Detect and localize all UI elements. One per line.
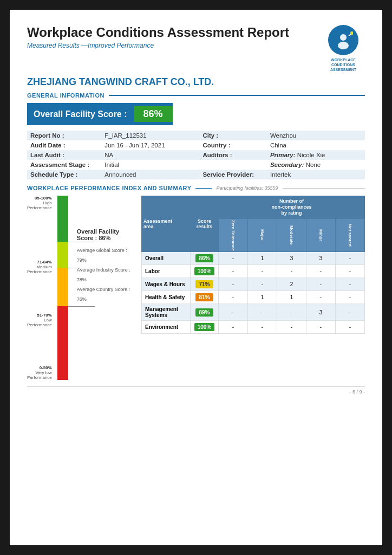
svg-point-1 bbox=[340, 34, 347, 41]
major-labor: - bbox=[248, 265, 277, 278]
bar-chart-container: 85-100% High Performance 71-84% Medium P… bbox=[27, 196, 133, 380]
score-banner: Overall Facility Score : 86% bbox=[27, 103, 173, 125]
th-minor: Minor bbox=[306, 218, 336, 252]
bar-seg-red bbox=[57, 306, 68, 380]
bar-label-low: 51-70% Low Performance bbox=[27, 313, 52, 327]
general-info-header: GENERAL INFORMATION bbox=[27, 92, 365, 99]
ns-wages: - bbox=[336, 278, 365, 291]
th-score: Scoreresults bbox=[191, 196, 219, 252]
score-table: Assessmentarea Scoreresults Number ofnon… bbox=[141, 196, 365, 334]
value-country: China bbox=[267, 140, 365, 150]
th-area: Assessmentarea bbox=[142, 196, 191, 252]
major-wages: - bbox=[248, 278, 277, 291]
badge-labor: 100% bbox=[194, 267, 215, 275]
th-not-scored: Not scored bbox=[336, 218, 365, 252]
zt-overall: - bbox=[219, 252, 248, 265]
major-health: 1 bbox=[248, 291, 277, 304]
label-env: Environment bbox=[142, 321, 191, 334]
logo-text: WORKPLACECONDITIONSASSESSMENT bbox=[322, 57, 365, 72]
bar-range-verylow: 0-50% bbox=[27, 365, 52, 370]
report-title: Workplace Conditions Assessment Report bbox=[27, 25, 289, 41]
label-wages: Wages & Hours bbox=[142, 278, 191, 291]
report-subtitle: Measured Results —Improved Performance bbox=[27, 42, 289, 49]
badge-health: 81% bbox=[195, 293, 213, 301]
participating-count: Participating facilities: 35559 bbox=[216, 185, 278, 191]
th-non-comply: Number ofnon-compliancesby rating bbox=[219, 196, 365, 218]
th-zero-tolerance: Zero Tolerance bbox=[219, 218, 248, 252]
general-info-title: GENERAL INFORMATION bbox=[27, 92, 104, 99]
bar-label-high: 85-100% High Performance bbox=[27, 196, 52, 210]
label-report-no: Report No : bbox=[27, 131, 101, 140]
bar-seg-yellow-green bbox=[57, 242, 68, 268]
table-row-health: Health & Safety 81% - 1 1 - - bbox=[142, 291, 365, 304]
bar-desc-low: Low bbox=[27, 318, 52, 322]
bar-range-high: 85-100% bbox=[27, 196, 52, 201]
label-assessment-stage: Assessment Stage : bbox=[27, 160, 101, 170]
major-mgmt: - bbox=[248, 304, 277, 321]
performance-title: WORKPLACE PERFORMANCE INDEX AND SUMMARY bbox=[27, 185, 191, 191]
score-health: 81% bbox=[191, 291, 219, 304]
overlay-title: Overall Facility Score : 86% bbox=[77, 228, 133, 241]
wca-logo-svg bbox=[334, 30, 353, 50]
label-health: Health & Safety bbox=[142, 291, 191, 304]
label-service-provider: Service Provider: bbox=[199, 170, 267, 179]
info-row-4: Assessment Stage : Initial Secondary: No… bbox=[27, 160, 365, 170]
minor-mgmt: 3 bbox=[306, 304, 336, 321]
bar-seg-yellow bbox=[57, 268, 68, 306]
major-env: - bbox=[248, 321, 277, 334]
bar-desc-high2: Performance bbox=[27, 205, 52, 210]
value-auditors: Primary: Nicole Xie bbox=[267, 150, 365, 160]
zt-env: - bbox=[219, 321, 248, 334]
ns-env: - bbox=[336, 321, 365, 334]
badge-overall: 86% bbox=[195, 254, 213, 262]
label-last-audit: Last Audit : bbox=[27, 150, 101, 160]
marker-line-high bbox=[68, 242, 95, 242]
table-row-mgmt: Management Systems 89% - - - 3 - bbox=[142, 304, 365, 321]
header-left: Workplace Conditions Assessment Report M… bbox=[27, 25, 289, 49]
zt-labor: - bbox=[219, 265, 248, 278]
value-last-audit: NA bbox=[101, 150, 199, 160]
document-frame: Workplace Conditions Assessment Report M… bbox=[0, 0, 392, 555]
table-header-row: Assessmentarea Scoreresults Number ofnon… bbox=[142, 196, 365, 218]
value-audit-date: Jun 16 - Jun 17, 2021 bbox=[101, 140, 199, 150]
performance-body: 85-100% High Performance 71-84% Medium P… bbox=[27, 196, 365, 380]
performance-header: WORKPLACE PERFORMANCE INDEX AND SUMMARY … bbox=[27, 185, 365, 191]
svg-point-2 bbox=[338, 42, 349, 49]
logo-box: WORKPLACECONDITIONSASSESSMENT bbox=[322, 25, 365, 72]
perf-divider-right bbox=[283, 188, 365, 189]
value-report-no: F_IAR_112531 bbox=[101, 131, 199, 140]
moderate-health: 1 bbox=[277, 291, 306, 304]
page-number: - 6 / 9 - bbox=[27, 386, 365, 395]
overlay-lines: Average Global Score : 79% Average Indus… bbox=[77, 246, 133, 304]
info-row-5: Schedule Type : Announced Service Provid… bbox=[27, 170, 365, 179]
zt-mgmt: - bbox=[219, 304, 248, 321]
bar-desc-verylow2: Performance bbox=[27, 375, 52, 380]
bar-desc-medium2: Performance bbox=[27, 269, 52, 274]
value-city: Wenzhou bbox=[267, 131, 365, 140]
bar-visual bbox=[57, 196, 68, 380]
info-row-1: Report No : F_IAR_112531 City : Wenzhou bbox=[27, 131, 365, 140]
perf-divider-left bbox=[195, 188, 212, 189]
avg-country: Average Country Score : 76% bbox=[77, 285, 133, 304]
report-header: Workplace Conditions Assessment Report M… bbox=[27, 25, 365, 72]
label-audit-date: Audit Date : bbox=[27, 140, 101, 150]
ns-health: - bbox=[336, 291, 365, 304]
ns-mgmt: - bbox=[336, 304, 365, 321]
info-row-3: Last Audit : NA Auditors : Primary: Nico… bbox=[27, 150, 365, 160]
marker-high bbox=[68, 242, 95, 242]
moderate-mgmt: - bbox=[277, 304, 306, 321]
info-row-2: Audit Date : Jun 16 - Jun 17, 2021 Count… bbox=[27, 140, 365, 150]
avg-global: Average Global Score : 79% bbox=[77, 246, 133, 265]
moderate-env: - bbox=[277, 321, 306, 334]
score-table-container: Assessmentarea Scoreresults Number ofnon… bbox=[141, 196, 365, 334]
page-content: Workplace Conditions Assessment Report M… bbox=[10, 10, 382, 545]
minor-overall: 3 bbox=[306, 252, 336, 265]
bar-label-verylow: 0-50% Very low Performance bbox=[27, 365, 52, 380]
bar-labels: 85-100% High Performance 71-84% Medium P… bbox=[27, 196, 54, 380]
general-info-divider bbox=[109, 95, 365, 96]
score-banner-label: Overall Facility Score : bbox=[27, 109, 134, 119]
bar-desc-low2: Performance bbox=[27, 322, 52, 327]
score-wages: 71% bbox=[191, 278, 219, 291]
bar-desc-verylow: Very low bbox=[27, 370, 52, 375]
info-table: Report No : F_IAR_112531 City : Wenzhou … bbox=[27, 131, 365, 179]
